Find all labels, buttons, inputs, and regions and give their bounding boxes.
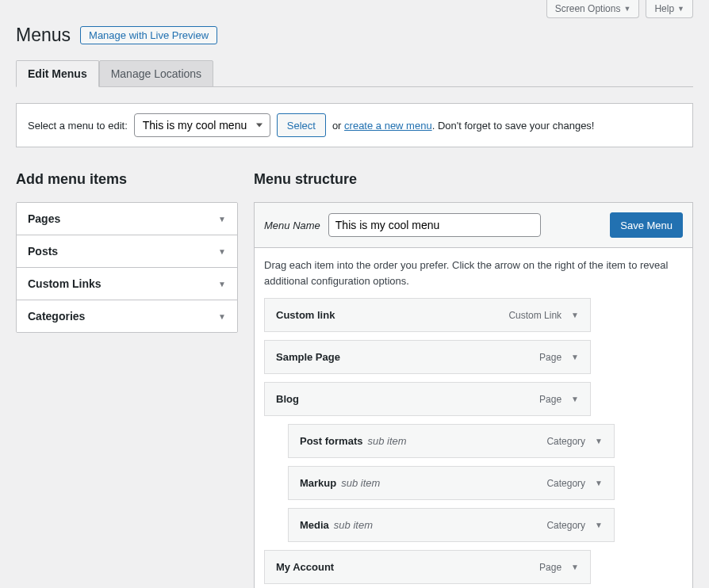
instructions-text: Drag each item into the order you prefer… [255,248,692,298]
chevron-down-icon[interactable]: ▼ [571,395,579,403]
menu-item-type: Category [546,478,585,489]
chevron-down-icon[interactable]: ▼ [571,563,579,571]
accordion-label: Categories [28,310,85,323]
menu-name-label: Menu Name [264,220,320,231]
menu-header: Menu Name Save Menu [255,203,692,248]
save-menu-button[interactable]: Save Menu [610,212,683,238]
tabs-nav: Edit Menus Manage Locations [16,60,693,87]
help-button[interactable]: Help ▼ [646,0,693,18]
accordion-categories[interactable]: Categories ▼ [17,300,237,332]
tab-manage-locations[interactable]: Manage Locations [99,60,213,87]
menu-item-blog[interactable]: Blog Page ▼ [264,382,591,416]
menu-item-title: My Account [276,561,334,573]
menu-item-title: Post formats [300,435,362,447]
accordion-label: Custom Links [28,277,102,290]
add-menu-items-heading: Add menu items [16,171,238,188]
or-text: or create a new menu. Don't forget to sa… [332,120,595,132]
menu-item-type: Category [546,436,585,447]
menu-item-title: Blog [276,393,299,405]
select-menu-bar: Select a menu to edit: This is my cool m… [16,103,693,147]
menu-item-my-account[interactable]: My Account Page ▼ [264,550,591,584]
menu-item-type: Custom Link [508,310,561,321]
live-preview-button[interactable]: Manage with Live Preview [80,26,217,44]
menu-item-sample-page[interactable]: Sample Page Page ▼ [264,340,591,374]
menu-item-media[interactable]: Media sub item Category ▼ [288,508,615,542]
menu-select-dropdown[interactable]: This is my cool menu [134,113,270,137]
chevron-down-icon: ▼ [677,5,684,13]
menu-name-input[interactable] [328,213,541,237]
sub-item-label: sub item [341,477,380,489]
chevron-down-icon: ▼ [218,280,226,288]
menu-structure-heading: Menu structure [254,171,693,188]
chevron-down-icon: ▼ [218,247,226,256]
tab-edit-menus[interactable]: Edit Menus [16,60,99,87]
accordion-pages[interactable]: Pages ▼ [17,203,237,235]
accordion-custom-links[interactable]: Custom Links ▼ [17,268,237,300]
help-label: Help [654,3,674,14]
chevron-down-icon[interactable]: ▼ [595,479,603,487]
menu-item-markup[interactable]: Markup sub item Category ▼ [288,466,615,500]
menu-structure-box: Menu Name Save Menu Drag each item into … [254,202,693,588]
sub-item-label: sub item [367,435,406,447]
menu-item-type: Page [539,394,561,405]
chevron-down-icon: ▼ [623,5,630,13]
screen-options-button[interactable]: Screen Options ▼ [546,0,640,18]
chevron-down-icon: ▼ [218,215,226,223]
create-new-menu-link[interactable]: create a new menu [344,120,432,132]
menu-item-title: Custom link [276,309,335,321]
menu-items-list: Custom link Custom Link ▼ Sample Page Pa… [255,298,692,588]
menu-items-accordion: Pages ▼ Posts ▼ Custom Links ▼ Categorie… [16,202,238,333]
select-button[interactable]: Select [277,113,326,137]
menu-item-title: Markup [300,477,336,489]
menu-item-type: Category [546,520,585,531]
screen-options-label: Screen Options [555,3,621,14]
sub-item-label: sub item [334,519,373,531]
chevron-down-icon[interactable]: ▼ [571,311,579,319]
chevron-down-icon[interactable]: ▼ [595,437,603,445]
chevron-down-icon: ▼ [218,312,226,321]
accordion-posts[interactable]: Posts ▼ [17,235,237,268]
chevron-down-icon[interactable]: ▼ [595,521,603,529]
accordion-label: Pages [28,212,60,225]
menu-item-title: Sample Page [276,351,340,363]
accordion-label: Posts [28,245,58,258]
menu-item-type: Page [539,562,561,573]
menu-item-custom-link[interactable]: Custom link Custom Link ▼ [264,298,591,332]
menu-item-post-formats[interactable]: Post formats sub item Category ▼ [288,424,615,458]
page-title: Menus [16,25,71,46]
menu-item-type: Page [539,352,561,363]
menu-item-title: Media [300,519,329,531]
select-menu-label: Select a menu to edit: [28,120,128,132]
chevron-down-icon[interactable]: ▼ [571,353,579,361]
